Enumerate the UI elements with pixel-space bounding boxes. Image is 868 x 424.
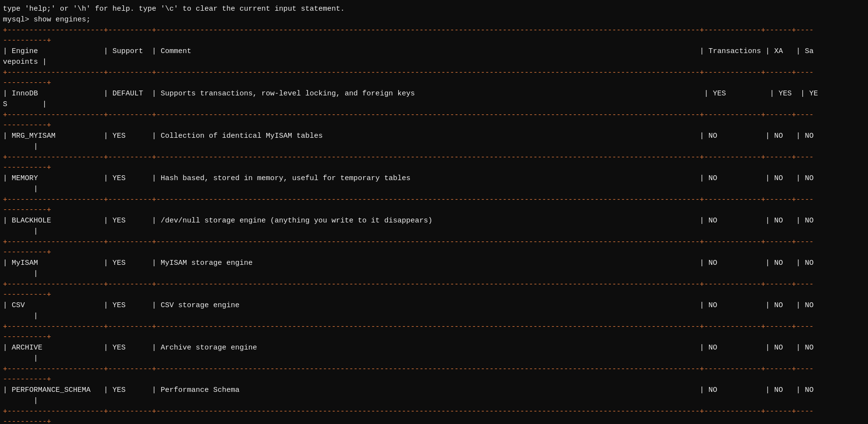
table-row-cont2: | <box>3 142 865 152</box>
table-row-cont5: | <box>3 269 865 279</box>
table-row: | ARCHIVE | YES | Archive storage engine… <box>3 343 865 353</box>
prompt-line: mysql> show engines; <box>3 15 865 25</box>
intro-line: type 'help;' or '\h' for help. type '\c'… <box>3 4 865 15</box>
row-separator-2-cont: ----------+ <box>3 163 865 173</box>
table-row: | PERFORMANCE_SCHEMA | YES | Performance… <box>3 385 865 396</box>
separator-top-cont: ----------+ <box>3 36 865 46</box>
separator-mid-cont: ----------+ <box>3 78 865 89</box>
header-row-cont: vepoints | <box>3 57 865 68</box>
row-separator-4: +----------------------+----------+-----… <box>3 237 865 248</box>
row-separator-6-cont: ----------+ <box>3 332 865 343</box>
row-separator-3-cont: ----------+ <box>3 205 865 216</box>
row-separator-1: +----------------------+----------+-----… <box>3 110 865 121</box>
table-row: | MyISAM | YES | MyISAM storage engine |… <box>3 258 865 269</box>
table-row-cont3: | <box>3 184 865 195</box>
row-separator-2: +----------------------+----------+-----… <box>3 152 865 163</box>
row-separator-5-cont: ----------+ <box>3 290 865 300</box>
table-row-cont6: | <box>3 311 865 322</box>
row-separator-7: +----------------------+----------+-----… <box>3 364 865 375</box>
table-row: | MEMORY | YES | Hash based, stored in m… <box>3 173 865 184</box>
table-row-cont4: | <box>3 226 865 237</box>
row-separator-3: +----------------------+----------+-----… <box>3 195 865 205</box>
row-separator-8: +----------------------+----------+-----… <box>3 406 865 417</box>
table-row-cont8: | <box>3 396 865 406</box>
row-separator-1-cont: ----------+ <box>3 120 865 131</box>
row-separator-4-cont: ----------+ <box>3 247 865 258</box>
table-row: | InnoDB | DEFAULT | Supports transactio… <box>3 89 865 99</box>
separator-mid: +----------------------+----------+-----… <box>3 68 865 78</box>
table-row: | MRG_MYISAM | YES | Collection of ident… <box>3 131 865 142</box>
table-row: | BLACKHOLE | YES | /dev/null storage en… <box>3 216 865 226</box>
table-row-cont: S | <box>3 99 865 110</box>
table-row-cont7: | <box>3 353 865 364</box>
header-row: | Engine | Support | Comment | Transacti… <box>3 46 865 57</box>
separator-top: +----------------------+----------+-----… <box>3 25 865 36</box>
row-separator-5: +----------------------+----------+-----… <box>3 279 865 290</box>
table-row: | CSV | YES | CSV storage engine | NO | … <box>3 300 865 311</box>
row-separator-7-cont: ----------+ <box>3 374 865 385</box>
row-separator-8-cont: ----------+ <box>3 417 865 424</box>
terminal-window: type 'help;' or '\h' for help. type '\c'… <box>0 4 868 424</box>
row-separator-6: +----------------------+----------+-----… <box>3 322 865 332</box>
